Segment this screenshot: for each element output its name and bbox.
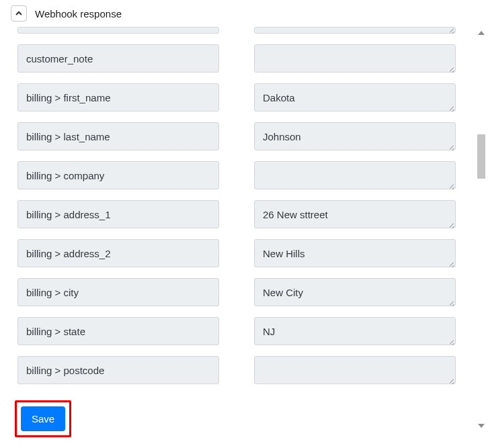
- field-key[interactable]: billing > company: [17, 161, 219, 189]
- save-button[interactable]: Save: [21, 406, 65, 431]
- resize-grip-icon: [448, 27, 454, 32]
- resize-grip-icon: [448, 181, 454, 188]
- resize-grip-icon: [448, 337, 454, 344]
- field-key[interactable]: billing > first_name: [17, 83, 219, 111]
- field-key[interactable]: billing > postcode: [17, 356, 219, 384]
- field-value[interactable]: Dakota: [254, 83, 456, 111]
- vertical-scrollbar[interactable]: [476, 27, 487, 443]
- field-key[interactable]: customer_note: [17, 44, 219, 73]
- scrollbar-thumb[interactable]: [477, 134, 485, 179]
- field-value[interactable]: [254, 44, 456, 73]
- field-key[interactable]: [17, 27, 219, 34]
- field-key[interactable]: billing > state: [17, 317, 219, 345]
- field-value[interactable]: Johnson: [254, 122, 456, 150]
- resize-grip-icon: [448, 142, 454, 149]
- field-value[interactable]: [254, 161, 456, 189]
- section-header: Webhook response: [0, 0, 488, 30]
- field-row: [17, 27, 457, 34]
- resize-grip-icon: [448, 220, 454, 227]
- field-key[interactable]: billing > address_1: [17, 200, 219, 228]
- field-row: billing > first_name Dakota: [17, 83, 457, 111]
- field-row: billing > company: [17, 161, 457, 189]
- field-value-text: NJ: [263, 326, 275, 337]
- scroll-down-icon: [478, 424, 485, 428]
- field-value-text: New Hills: [263, 248, 305, 259]
- field-key-text: billing > company: [26, 170, 104, 181]
- field-key-text: billing > postcode: [26, 365, 104, 376]
- field-row: billing > city New City: [17, 278, 457, 306]
- field-value[interactable]: [254, 27, 456, 34]
- field-value[interactable]: NJ: [254, 317, 456, 345]
- field-key-text: billing > city: [26, 287, 79, 298]
- field-value[interactable]: 26 New sttreet: [254, 200, 456, 228]
- collapse-toggle[interactable]: [11, 5, 27, 21]
- field-key[interactable]: billing > address_2: [17, 239, 219, 267]
- field-row: billing > postcode: [17, 356, 457, 384]
- field-value-text: New City: [263, 287, 303, 298]
- field-key[interactable]: billing > city: [17, 278, 219, 306]
- field-value-text: 26 New sttreet: [263, 209, 328, 220]
- field-key-text: billing > address_1: [26, 209, 111, 220]
- field-value[interactable]: [254, 356, 456, 384]
- field-row: billing > state NJ: [17, 317, 457, 345]
- field-key-text: billing > last_name: [26, 131, 110, 142]
- field-value-text: Dakota: [263, 92, 295, 103]
- resize-grip-icon: [448, 376, 454, 383]
- field-row: billing > address_2 New Hills: [17, 239, 457, 267]
- field-value[interactable]: New Hills: [254, 239, 456, 267]
- field-key-text: customer_note: [26, 53, 93, 64]
- field-row: billing > address_1 26 New sttreet: [17, 200, 457, 228]
- resize-grip-icon: [448, 298, 454, 305]
- field-key-text: billing > state: [26, 326, 85, 337]
- field-key-text: billing > address_2: [26, 248, 111, 259]
- resize-grip-icon: [448, 103, 454, 110]
- save-highlight-box: Save: [15, 400, 71, 437]
- field-key[interactable]: billing > last_name: [17, 122, 219, 150]
- field-value-text: Johnson: [263, 131, 301, 142]
- field-key-text: billing > first_name: [26, 92, 110, 103]
- resize-grip-icon: [448, 64, 454, 71]
- field-row: billing > last_name Johnson: [17, 122, 457, 150]
- resize-grip-icon: [448, 259, 454, 266]
- scroll-up-icon: [478, 31, 485, 35]
- field-value[interactable]: New City: [254, 278, 456, 306]
- fields-scroll-area: customer_note billing > first_name Dakot…: [0, 27, 475, 448]
- field-row: customer_note: [17, 44, 457, 73]
- section-title: Webhook response: [35, 8, 122, 19]
- chevron-up-icon: [15, 10, 22, 17]
